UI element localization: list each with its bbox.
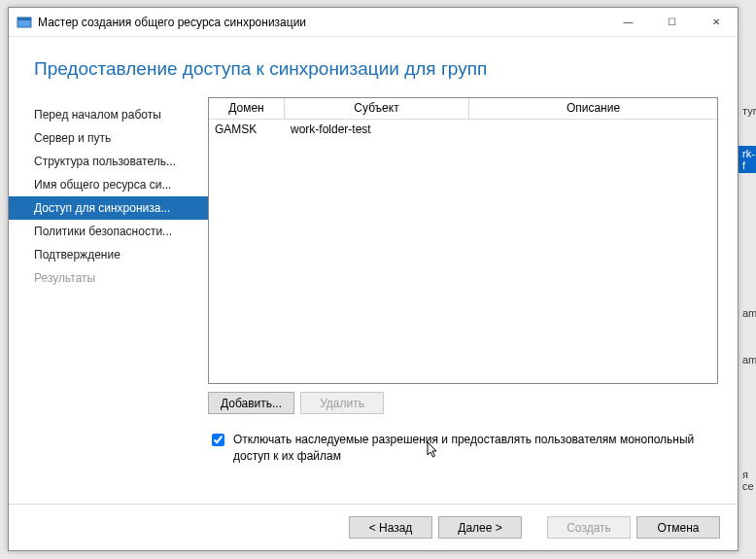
exclusive-access-checkbox[interactable] [212, 434, 224, 446]
cell-domain: GAMSK [209, 122, 285, 136]
content-pane: Домен Субъект Описание GAMSK work-folder… [208, 97, 718, 504]
next-button[interactable]: Далее > [438, 516, 522, 539]
step-share-name[interactable]: Имя общего ресурса си... [9, 173, 208, 196]
groups-table[interactable]: Домен Субъект Описание GAMSK work-folder… [208, 97, 718, 384]
titlebar: Мастер создания общего ресурса синхрониз… [9, 8, 738, 37]
step-before-you-begin[interactable]: Перед началом работы [9, 103, 208, 126]
column-domain[interactable]: Домен [209, 98, 285, 120]
close-button[interactable]: ✕ [694, 8, 738, 36]
svg-rect-1 [17, 17, 31, 20]
backdrop-fragment: туп [739, 103, 756, 119]
wizard-footer: < Назад Далее > Создать Отмена [9, 504, 738, 550]
step-user-structure[interactable]: Структура пользователь... [9, 150, 208, 173]
backdrop-fragment: am [739, 305, 756, 321]
window-title: Мастер создания общего ресурса синхрониз… [38, 16, 606, 29]
exclusive-access-label[interactable]: Отключать наследуемые разрешения и предо… [233, 432, 718, 465]
step-results: Результаты [9, 266, 208, 290]
table-row[interactable]: GAMSK work-folder-test [209, 120, 717, 139]
step-server-and-path[interactable]: Сервер и путь [9, 126, 208, 150]
backdrop-fragment: am [739, 352, 756, 367]
step-security-policies[interactable]: Политики безопасности... [9, 220, 208, 243]
column-subject[interactable]: Субъект [285, 98, 469, 120]
column-description[interactable]: Описание [469, 98, 717, 120]
cancel-button[interactable]: Отмена [636, 516, 720, 539]
step-sync-access[interactable]: Доступ для синхрониза... [9, 196, 208, 220]
back-button[interactable]: < Назад [349, 516, 432, 539]
table-buttons: Добавить... Удалить [208, 392, 718, 414]
exclusive-access-option: Отключать наследуемые разрешения и предо… [208, 432, 718, 465]
add-button[interactable]: Добавить... [208, 392, 294, 414]
minimize-button[interactable]: — [606, 8, 650, 36]
backdrop-fragment: я се [739, 467, 756, 494]
step-confirmation[interactable]: Подтверждение [9, 243, 208, 266]
page-title: Предоставление доступа к синхронизации д… [9, 37, 738, 97]
maximize-button[interactable]: ☐ [650, 8, 694, 36]
create-button: Создать [547, 516, 631, 539]
table-header: Домен Субъект Описание [209, 98, 717, 120]
app-icon [17, 15, 32, 30]
wizard-window: Мастер создания общего ресурса синхрониз… [8, 7, 739, 551]
cell-subject: work-folder-test [285, 122, 469, 136]
remove-button: Удалить [300, 392, 384, 414]
wizard-steps: Перед началом работы Сервер и путь Струк… [9, 97, 208, 504]
backdrop-fragment: rk-f [739, 146, 756, 173]
